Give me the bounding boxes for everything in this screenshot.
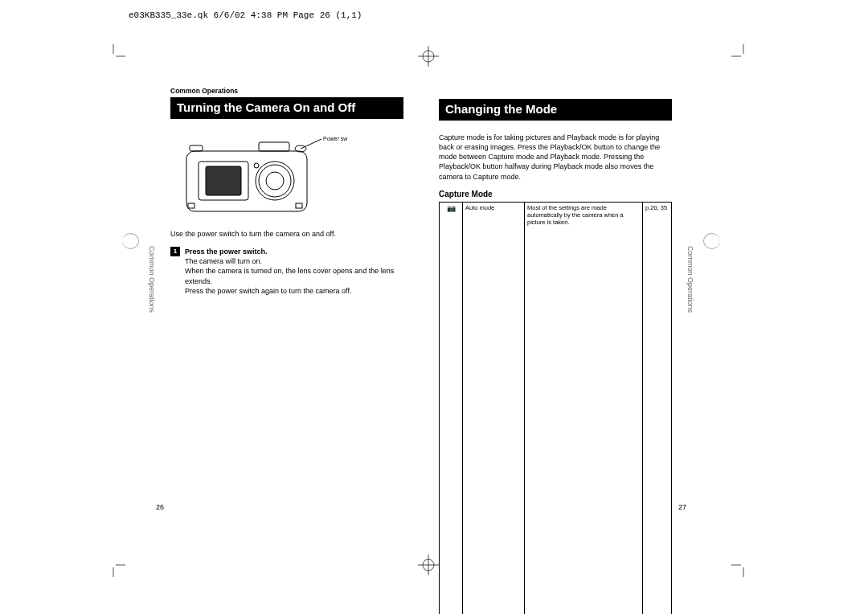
sub-heading: Capture Mode [439,190,672,199]
step-body: The camera will turn on. When the camera… [185,257,394,294]
svg-point-19 [266,172,284,190]
svg-rect-22 [190,145,203,151]
page-title: Turning the Camera On and Off [170,97,403,119]
mode-name: Auto mode [463,202,525,614]
svg-rect-24 [188,203,194,208]
cropmark [101,553,125,577]
intro-text: Capture mode is for taking pictures and … [439,133,672,182]
step-heading: Press the power switch. [185,248,268,256]
page-title: Changing the Mode [439,99,672,121]
page-right: Common Operations Changing the Mode Capt… [421,72,719,526]
section-label: Common Operations [170,87,403,95]
svg-line-26 [301,139,321,149]
thumb-index-right [703,233,720,249]
svg-point-18 [259,165,291,197]
registration-mark [416,553,440,577]
step-row: 1 Press the power switch. The camera wil… [170,247,403,296]
page-number: 26 [156,503,164,511]
svg-rect-20 [259,142,289,151]
side-tab-label: Common Operations [686,246,694,313]
cropmark [731,44,755,68]
intro-text: Use the power switch to turn the camera … [170,229,403,239]
cropmark [731,553,755,577]
mode-page: p.20, 35 [643,202,672,614]
page-number: 27 [678,503,686,511]
camera-figure: Power switch [178,131,403,219]
thumb-index-left [122,233,139,249]
figure-label: Power switch [323,136,347,141]
page-left: Common Operations Common Operations Turn… [124,72,421,526]
svg-point-17 [256,162,294,200]
svg-rect-14 [186,151,307,211]
capture-mode-table: 📷Auto modeMost of the settings are made … [439,202,672,614]
svg-point-23 [254,163,259,168]
mode-desc: Most of the settings are made automatica… [525,202,643,614]
side-tab-label: Common Operations [148,246,156,313]
registration-mark [416,44,440,68]
svg-rect-25 [296,203,302,208]
svg-rect-16 [206,166,241,195]
camera-icon: Power switch [178,131,347,219]
step-number-icon: 1 [170,247,180,256]
print-header: e03KB335_33e.qk 6/6/02 4:38 PM Page 26 (… [129,10,362,20]
page-spread: Common Operations Common Operations Turn… [124,72,719,526]
table-row: 📷Auto modeMost of the settings are made … [440,202,672,614]
mode-icon: 📷 [440,202,463,614]
cropmark [101,44,125,68]
